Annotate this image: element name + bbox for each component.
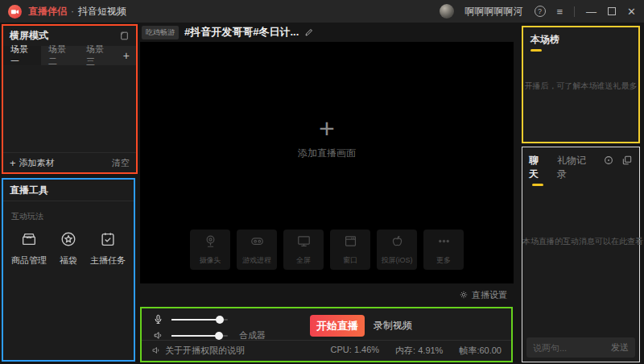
source-more[interactable]: 更多 [423, 230, 464, 270]
minimize-button[interactable]: — [586, 6, 597, 17]
performance-stats: CPU: 1.46% 内存: 4.91% 帧率:60.00 [331, 345, 502, 357]
source-buttons: 摄像头 游戏进程 全屏 窗口 投屏(iOS) 更多 [140, 230, 514, 270]
close-button[interactable]: ✕ [627, 6, 636, 17]
danmu-settings-icon[interactable] [603, 155, 614, 166]
tool-label: 商品管理 [11, 254, 47, 267]
fps-stat: 帧率:60.00 [459, 345, 502, 357]
scene-panel: 横屏模式 场景一 场景二 场景三 + + 添加素材 清空 [2, 24, 138, 174]
chat-input[interactable] [533, 343, 611, 353]
category-badge[interactable]: 吃鸡畅游 [142, 26, 179, 39]
scene-tabs: 场景一 场景二 场景三 + [3, 46, 136, 65]
send-button[interactable]: 发送 [611, 341, 629, 354]
memory-stat: 内存: 4.91% [395, 345, 443, 357]
mixer-link[interactable]: 合成器 [239, 329, 266, 341]
live-settings-label: 直播设置 [472, 289, 507, 301]
clear-button[interactable]: 清空 [112, 157, 130, 169]
scene-panel-title: 横屏模式 [10, 29, 48, 43]
popout-window-icon[interactable] [621, 155, 633, 166]
title-separator: · [71, 6, 74, 17]
source-game-process[interactable]: 游戏进程 [237, 230, 277, 270]
user-avatar[interactable] [440, 4, 454, 19]
menu-icon[interactable]: ≡ [557, 6, 564, 17]
live-settings-button[interactable]: 直播设置 [459, 289, 507, 301]
source-window[interactable]: 窗口 [330, 230, 370, 270]
announcement-icon [151, 345, 161, 355]
lucky-bag-icon [60, 230, 77, 250]
add-stream-source[interactable]: + 添加直播画面 [140, 116, 514, 160]
tool-lucky-bag[interactable]: 福袋 [60, 230, 77, 267]
anchor-task-icon [99, 230, 117, 250]
app-product-name: 抖音短视频 [78, 5, 126, 19]
rank-tab[interactable]: 本场榜 [523, 27, 567, 47]
gift-tab-label: 礼物记录 [557, 154, 592, 181]
preview-canvas[interactable]: + 添加直播画面 摄像头 游戏进程 全屏 窗口 投屏(iOS) [140, 42, 514, 283]
speaker-volume-knob[interactable] [215, 332, 223, 340]
title-bar: 直播伴侣 · 抖音短视频 啊啊啊啊啊河 ? ≡ — ✕ [0, 0, 644, 23]
fullscreen-icon [296, 234, 312, 252]
speaker-icon[interactable] [153, 330, 163, 341]
titlebar-divider [574, 6, 575, 17]
app-logo-icon [8, 5, 22, 19]
gamepad-icon [250, 234, 265, 252]
source-label: 投屏(iOS) [382, 255, 413, 266]
orientation-switch-icon[interactable] [119, 31, 130, 41]
source-camera[interactable]: 摄像头 [190, 230, 230, 270]
canvas-empty-hint: 添加直播画面 [298, 147, 356, 160]
source-label: 更多 [436, 255, 451, 266]
tools-section-label: 互动玩法 [3, 201, 134, 230]
tool-product-management[interactable]: 商品管理 [11, 230, 47, 267]
edit-title-icon[interactable] [304, 27, 314, 37]
scene-tab-2[interactable]: 场景二 [41, 46, 79, 65]
tools-panel-title: 直播工具 [10, 184, 48, 197]
scene-tab-3[interactable]: 场景三 [79, 46, 117, 65]
plus-icon: + [319, 116, 335, 140]
cpu-stat: CPU: 1.46% [331, 345, 380, 357]
gear-icon [459, 290, 469, 300]
scene-source-list [3, 65, 136, 152]
speaker-volume-slider[interactable] [171, 335, 228, 337]
start-live-button[interactable]: 开始直播 [310, 315, 365, 337]
microphone-icon[interactable] [153, 314, 163, 325]
permission-note-label: 关于开播权限的说明 [165, 345, 245, 357]
live-tools-panel: 直播工具 互动玩法 商品管理 福袋 主播任务 [2, 178, 135, 362]
scene-tab-1[interactable]: 场景一 [3, 46, 41, 65]
session-rank-panel: 本场榜 开播后，可了解本场谁送礼最多 [522, 26, 640, 143]
permission-note-link[interactable]: 关于开播权限的说明 [151, 345, 245, 357]
add-material-label: 添加素材 [19, 157, 55, 169]
chat-panel: 聊天 礼物记录 本场直播的互动消息可以在此查看 发送 [522, 147, 640, 362]
tool-anchor-task[interactable]: 主播任务 [90, 230, 126, 267]
chat-tab-label: 聊天 [529, 154, 547, 181]
tab-chat[interactable]: 聊天 [529, 154, 547, 186]
rank-tab-underline [530, 49, 542, 52]
tool-label: 主播任务 [90, 254, 126, 267]
source-label: 全屏 [296, 255, 311, 266]
plus-icon: + [10, 157, 16, 169]
stream-title: #抖音开发哥哥#冬日计... [184, 25, 299, 39]
app-window: 直播伴侣 · 抖音短视频 啊啊啊啊啊河 ? ≡ — ✕ 横屏模式 场景一 场景二… [0, 0, 644, 364]
control-panel: 合成器 开始直播 录制视频 关于开播权限的说明 CPU: 1.46% 内存: 4… [140, 307, 513, 362]
source-label: 窗口 [343, 255, 357, 266]
apple-icon [390, 234, 405, 252]
mic-volume-knob[interactable] [216, 316, 224, 324]
source-label: 摄像头 [200, 255, 221, 266]
tab-gift-records[interactable]: 礼物记录 [557, 154, 592, 181]
mic-volume-slider[interactable] [171, 319, 228, 321]
maximize-button[interactable] [608, 7, 616, 15]
app-name: 直播伴侣 [28, 5, 67, 19]
source-screen-mirroring-ios[interactable]: 投屏(iOS) [377, 230, 417, 270]
shop-icon [20, 230, 38, 250]
rank-empty-text: 开播后，可了解本场谁送礼最多 [523, 81, 638, 92]
chat-input-bar: 发送 [526, 337, 635, 358]
webcam-icon [203, 234, 218, 252]
record-video-button[interactable]: 录制视频 [374, 315, 412, 337]
window-icon [343, 234, 358, 252]
chat-empty-text: 本场直播的互动消息可以在此查看 [522, 236, 639, 247]
source-label: 游戏进程 [242, 255, 271, 266]
add-scene-button[interactable]: + [117, 46, 136, 65]
add-material-button[interactable]: + 添加素材 [10, 157, 55, 169]
more-icon [436, 234, 452, 252]
help-icon[interactable]: ? [535, 6, 546, 17]
chat-tab-underline [532, 184, 543, 186]
username: 啊啊啊啊啊河 [465, 5, 523, 19]
source-fullscreen[interactable]: 全屏 [283, 230, 324, 270]
